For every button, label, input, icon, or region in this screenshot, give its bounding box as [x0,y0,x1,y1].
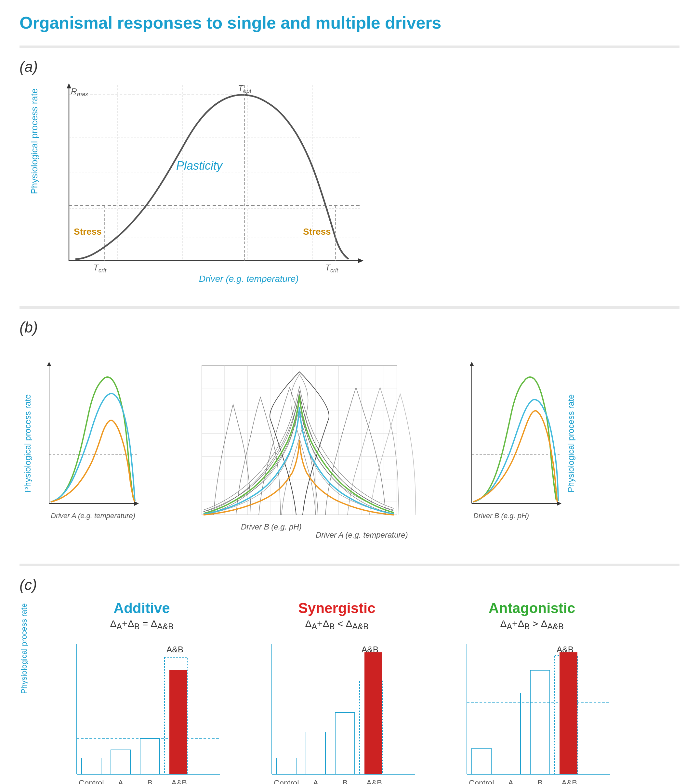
chart-additive-body: A&B Control A B A&B [57,638,226,784]
svg-rect-77 [335,713,355,774]
panel-b-container: Physiological process rate [20,339,679,547]
svg-text:Control: Control [79,779,104,784]
svg-marker-3 [358,258,363,263]
svg-rect-60 [81,758,101,774]
svg-rect-75 [277,758,296,774]
svg-text:Driver A (e.g. temperature): Driver A (e.g. temperature) [51,512,135,520]
panel-a-label: (a) [20,58,679,75]
svg-text:B: B [537,779,543,784]
chart-synergistic: Synergistic ΔA+ΔB < ΔA&B [252,600,421,784]
panel-b-right-y-label: Physiological process rate [566,394,576,493]
panel-b-center-chart: Driver B (e.g. pH) Driver A (e.g. temper… [143,339,456,547]
page-title: Organismal responses to single and multi… [20,13,679,33]
panel-a-y-axis-label: Physiological process rate [29,88,40,194]
svg-text:A&B: A&B [562,779,577,784]
panel-a-container: Physiological process rate [20,79,679,290]
panel-b-center-svg: Driver B (e.g. pH) Driver A (e.g. temper… [143,339,456,547]
panel-b-left-y-label: Physiological process rate [23,394,33,493]
divider-ab [20,306,679,309]
chart-additive-formula: ΔA+ΔB = ΔA&B [110,618,173,631]
svg-rect-61 [111,750,130,774]
chart-antagonistic-title: Antagonistic [489,600,575,616]
panel-a-chart: Rmax Topt Tcrit Tcrit Stress Stress Plas… [43,79,401,290]
svg-rect-92 [530,670,550,774]
svg-text:Tcrit: Tcrit [325,263,338,274]
svg-rect-62 [140,738,160,774]
svg-text:Control: Control [469,779,494,784]
svg-rect-97 [560,652,577,774]
panel-a-svg: Rmax Topt Tcrit Tcrit Stress Stress Plas… [43,79,401,290]
panel-b-left-chart: Driver A (e.g. temperature) [33,357,143,529]
svg-text:Driver B (e.g. pH): Driver B (e.g. pH) [474,512,529,520]
svg-text:A&B: A&B [171,779,187,784]
svg-rect-91 [501,693,520,774]
chart-synergistic-svg: A&B Control A B A&B [252,638,421,784]
panel-c-label: (c) [20,576,679,594]
chart-synergistic-title: Synergistic [298,600,375,616]
svg-text:Topt: Topt [238,83,252,94]
panel-c-y-axis-label: Physiological process rate [20,603,28,694]
svg-text:B: B [147,779,152,784]
chart-additive-svg: A&B Control A B A&B [57,638,226,784]
svg-marker-27 [47,362,51,366]
svg-rect-67 [169,670,187,774]
svg-marker-53 [469,362,474,366]
chart-antagonistic-formula: ΔA+ΔB > ΔA&B [500,618,563,631]
svg-text:Plasticity: Plasticity [176,159,223,172]
chart-synergistic-body: A&B Control A B A&B [252,638,421,784]
svg-marker-54 [557,501,562,506]
svg-text:Stress: Stress [303,227,331,237]
panel-b-right-section: Driver B (e.g. pH) Physiological process… [456,357,576,529]
panel-c: (c) Physiological process rate Additive … [20,576,679,784]
svg-text:Rmax: Rmax [71,86,88,98]
panel-b-label: (b) [20,319,679,336]
svg-rect-82 [364,652,382,774]
svg-text:B: B [342,779,348,784]
panel-b: (b) Physiological process rate [20,319,679,547]
svg-text:Tcrit: Tcrit [93,263,107,274]
svg-rect-90 [472,748,491,774]
divider-top [20,46,679,48]
panel-b-left-svg: Driver A (e.g. temperature) [33,357,143,529]
svg-text:Driver A (e.g. temperature): Driver A (e.g. temperature) [316,531,408,539]
svg-text:A: A [118,779,123,784]
svg-text:A: A [508,779,513,784]
svg-marker-2 [67,83,71,88]
chart-synergistic-formula: ΔA+ΔB < ΔA&B [305,618,368,631]
divider-bc [20,564,679,566]
chart-additive: Additive ΔA+ΔB = ΔA&B [57,600,226,784]
panel-b-left-section: Physiological process rate [23,357,143,529]
svg-text:Driver B (e.g. pH): Driver B (e.g. pH) [241,522,302,531]
main-container: Organismal responses to single and multi… [0,0,699,784]
panel-b-right-chart: Driver B (e.g. pH) [456,357,566,529]
panel-b-right-svg: Driver B (e.g. pH) [456,357,566,529]
chart-additive-title: Additive [113,600,170,616]
chart-antagonistic-svg: A&B Control A B A&B [447,638,616,784]
svg-text:Stress: Stress [74,227,102,237]
svg-text:A: A [313,779,318,784]
panel-c-charts-container: Physiological process rate Additive ΔA+Δ… [20,600,679,784]
svg-text:A&B: A&B [166,645,183,654]
panel-a: (a) Physiological process rate [20,58,679,290]
svg-text:Control: Control [274,779,299,784]
panel-c-yaxis-section: Physiological process rate [20,600,31,694]
chart-antagonistic: Antagonistic ΔA+ΔB > ΔA&B [447,600,616,784]
svg-rect-76 [306,732,325,774]
svg-marker-28 [134,501,139,506]
svg-text:Driver (e.g. temperature): Driver (e.g. temperature) [199,274,299,284]
svg-text:A&B: A&B [366,779,382,784]
chart-antagonistic-body: A&B Control A B A&B [447,638,616,784]
